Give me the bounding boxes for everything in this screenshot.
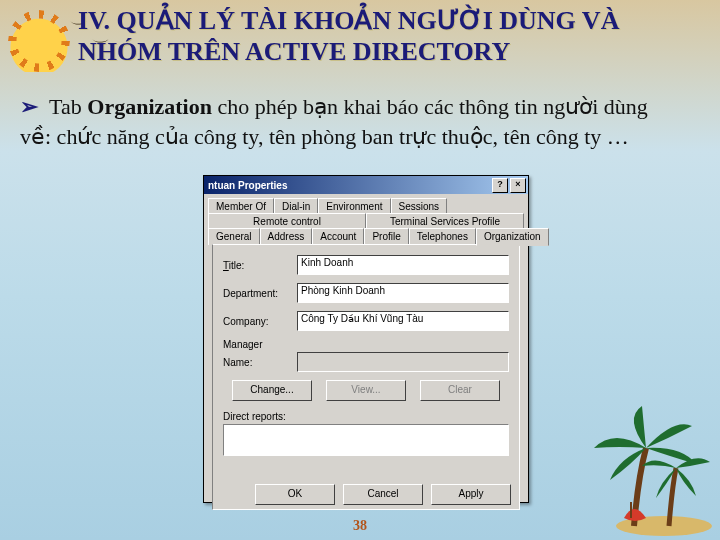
- bullet-prefix: Tab: [49, 94, 87, 119]
- bullet-text: ➢ Tab Organization cho phép bạn khai báo…: [20, 92, 680, 151]
- tab-telephones[interactable]: Telephones: [409, 228, 476, 245]
- manager-name-input[interactable]: [297, 352, 509, 372]
- dialog-titlebar[interactable]: ntuan Properties ? ×: [204, 176, 528, 194]
- manager-group-label: Manager: [223, 339, 509, 350]
- change-button[interactable]: Change...: [232, 380, 312, 401]
- tab-organization[interactable]: Organization: [476, 228, 549, 246]
- tab-member-of[interactable]: Member Of: [208, 198, 274, 214]
- bullet-arrow-icon: ➢: [20, 94, 38, 119]
- view-button[interactable]: View...: [326, 380, 406, 401]
- tab-environment[interactable]: Environment: [318, 198, 390, 214]
- ok-button[interactable]: OK: [255, 484, 335, 505]
- sun-decoration: [8, 10, 70, 72]
- tab-general[interactable]: General: [208, 228, 260, 245]
- tab-terminal-services-profile[interactable]: Terminal Services Profile: [366, 213, 524, 229]
- palm-tree-decoration: [564, 398, 714, 538]
- company-label: Company:: [223, 316, 297, 327]
- slide-heading: IV. QUẢN LÝ TÀI KHOẢN NGƯỜI DÙNG VÀ NHÓM…: [78, 6, 678, 67]
- department-label: Department:: [223, 288, 297, 299]
- tab-strip: Member Of Dial-in Environment Sessions R…: [204, 194, 528, 510]
- title-input[interactable]: Kinh Doanh: [297, 255, 509, 275]
- direct-reports-label: Direct reports:: [223, 411, 509, 422]
- svg-rect-1: [630, 502, 632, 518]
- company-input[interactable]: Công Ty Dầu Khí Vũng Tàu: [297, 311, 509, 331]
- department-input[interactable]: Phòng Kinh Doanh: [297, 283, 509, 303]
- cancel-button[interactable]: Cancel: [343, 484, 423, 505]
- tab-dial-in[interactable]: Dial-in: [274, 198, 318, 214]
- tab-address[interactable]: Address: [260, 228, 313, 245]
- dialog-title: ntuan Properties: [208, 180, 287, 191]
- tab-sessions[interactable]: Sessions: [391, 198, 448, 214]
- tab-remote-control[interactable]: Remote control: [208, 213, 366, 229]
- tab-account[interactable]: Account: [312, 228, 364, 245]
- close-button[interactable]: ×: [510, 178, 526, 193]
- properties-dialog: ntuan Properties ? × Member Of Dial-in E…: [203, 175, 529, 503]
- apply-button[interactable]: Apply: [431, 484, 511, 505]
- clear-button[interactable]: Clear: [420, 380, 500, 401]
- title-label: Title:: [223, 260, 297, 271]
- slide: ︶ ︶ IV. QUẢN LÝ TÀI KHOẢN NGƯỜI DÙNG VÀ …: [0, 0, 720, 540]
- tab-profile[interactable]: Profile: [364, 228, 408, 245]
- manager-name-label: Name:: [223, 357, 297, 368]
- direct-reports-list[interactable]: [223, 424, 509, 456]
- help-button[interactable]: ?: [492, 178, 508, 193]
- organization-pane: Title: Kinh Doanh Department: Phòng Kinh…: [212, 244, 520, 510]
- bullet-bold: Organization: [87, 94, 212, 119]
